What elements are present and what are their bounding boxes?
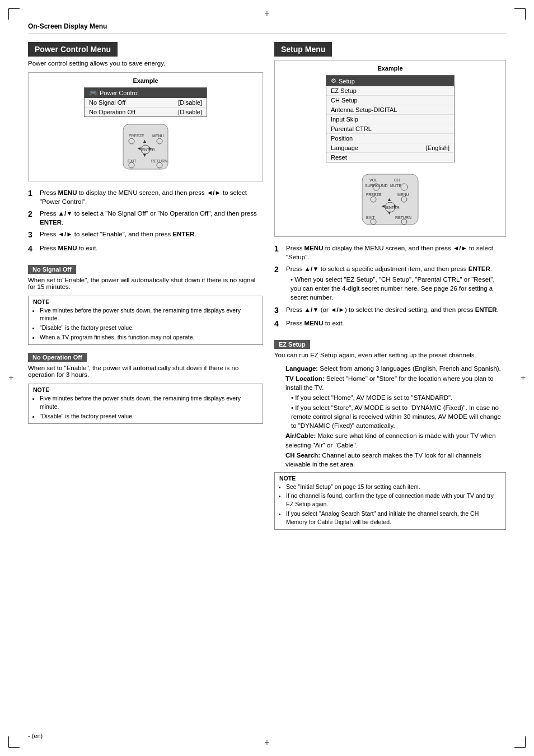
svg-text:MENU: MENU <box>152 134 164 138</box>
no-operation-note-1: Five minutes before the power shuts down… <box>40 394 258 410</box>
step-1-text: Press MENU to display the MENU screen, a… <box>40 188 263 206</box>
setup-step-4: 4 Press MENU to exit. <box>274 319 506 330</box>
ez-note-title: NOTE <box>279 475 501 482</box>
svg-text:▲: ▲ <box>387 197 392 202</box>
svg-text:MUTE: MUTE <box>390 184 401 188</box>
svg-text:◄: ◄ <box>137 146 142 151</box>
step-num-2: 2 <box>28 209 37 227</box>
step-3-bold2: ENTER <box>172 231 194 237</box>
ez-air-cable: Air/Cable: Make sure what kind of connec… <box>274 431 506 449</box>
setup-icon: ⚙ <box>331 77 336 85</box>
setup-s3-bold1: ▲/▼ <box>305 306 319 313</box>
no-signal-note-2: "Disable" is the factory preset value. <box>40 324 258 332</box>
page-header: On-Screen Display Menu <box>28 22 506 34</box>
cross-left <box>8 373 13 383</box>
power-menu-header-label: Power Control <box>100 90 139 96</box>
no-operation-note-title: NOTE <box>33 386 258 393</box>
cross-top <box>264 8 269 18</box>
corner-br <box>514 736 526 748</box>
setup-item-input: Input Skip <box>326 115 454 124</box>
setup-step-num-3: 3 <box>274 305 283 316</box>
power-menu-mock: 🎮 Power Control No Signal Off [Disable] … <box>84 87 207 117</box>
power-step-1: 1 Press MENU to display the MENU screen,… <box>28 188 263 206</box>
ez-note-1: See "Initial Setup" on page 15 for setti… <box>286 483 501 491</box>
power-control-example: Example 🎮 Power Control No Signal Off [D… <box>28 72 263 181</box>
menu-row-no-signal: No Signal Off [Disable] <box>85 98 207 108</box>
setup-step-4-text: Press MENU to exit. <box>286 319 344 330</box>
left-column: Power Control Menu Power control setting… <box>28 42 263 533</box>
setup-item-language: Language[English] <box>326 143 454 153</box>
step-2-text: Press ▲/▼ to select a "No Signal Off" or… <box>40 209 263 227</box>
power-step-2: 2 Press ▲/▼ to select a "No Signal Off" … <box>28 209 263 227</box>
power-steps: 1 Press MENU to display the MENU screen,… <box>28 188 263 255</box>
no-signal-label: No Signal Off <box>89 99 125 106</box>
no-signal-note: NOTE Five minutes before the power shuts… <box>28 296 263 346</box>
no-signal-note-3: When a TV program finishes, this functio… <box>40 333 258 342</box>
setup-item-antenna: Antenna Setup-DIGITAL <box>326 105 454 115</box>
ez-setup-title: EZ Setup <box>274 340 310 349</box>
setup-menu-header-label: Setup <box>339 78 355 85</box>
ez-home-bullet: • If you select "Home", AV MODE is set t… <box>274 393 506 402</box>
power-menu-header: 🎮 Power Control <box>85 88 207 98</box>
setup-step-2-sub: • When you select "EZ Setup", "CH Setup"… <box>286 275 506 302</box>
remote-svg-left: FREEZE MENU ▲ ◄ ► ▼ ENTER <box>112 122 179 172</box>
ez-setup-desc: You can run EZ Setup again, even after s… <box>274 352 506 358</box>
ez-note-3: If you select "Analog Search Start" and … <box>286 510 501 526</box>
ez-store-bullet: • If you select "Store", AV MODE is set … <box>274 403 506 430</box>
cross-bottom <box>264 738 269 748</box>
setup-item-position: Position <box>326 134 454 143</box>
no-operation-title: No Operation Off <box>28 353 87 362</box>
no-signal-desc: When set to"Enable", the power will auto… <box>28 277 263 290</box>
power-menu-icon: 🎮 <box>89 89 97 97</box>
setup-title: Setup Menu <box>274 42 332 57</box>
setup-step-1-text: Press MENU to display the MENU screen, a… <box>286 244 506 262</box>
setup-step-num-1: 1 <box>274 244 283 262</box>
ez-language: Language: Select from among 3 languages … <box>274 364 506 373</box>
svg-text:◄: ◄ <box>381 203 386 209</box>
svg-text:FREEZE: FREEZE <box>366 193 382 197</box>
setup-step-2-text: Press ▲/▼ to select a specific adjustmen… <box>286 265 492 272</box>
setup-example: Example ⚙ Setup EZ Setup CH Setup Antenn… <box>274 60 506 237</box>
step-1-bold1: MENU <box>58 189 77 196</box>
svg-text:▼: ▼ <box>387 210 392 216</box>
menu-row-no-operation: No Operation Off [Disable] <box>85 108 207 116</box>
svg-text:FREEZE: FREEZE <box>129 134 144 138</box>
setup-step-3-text: Press ▲/▼ (or ◄/►) to select the desired… <box>286 305 499 316</box>
remote-image-right: VOL CH SURROUND MUTE FREEZE MENU ▲ ◄ <box>279 171 501 227</box>
setup-s3-bold2: ◄/► <box>330 306 345 313</box>
step-3-bold1: ◄/► <box>58 231 73 237</box>
step-num-1: 1 <box>28 188 37 206</box>
ez-note: NOTE See "Initial Setup" on page 15 for … <box>274 472 506 530</box>
setup-s3-bold3: ENTER <box>475 306 497 313</box>
power-step-3: 3 Press ◄/► to select "Enable", and then… <box>28 230 263 241</box>
ez-note-2: If no channel is found, confirm the type… <box>286 492 501 508</box>
setup-s4-bold: MENU <box>305 320 324 326</box>
step-2-bold1: ▲/▼ <box>58 210 73 217</box>
svg-text:ENTER: ENTER <box>386 206 400 209</box>
svg-text:CH: CH <box>394 178 400 182</box>
power-control-intro: Power control setting allows you to save… <box>28 60 263 67</box>
no-signal-title: No Signal Off <box>28 265 76 274</box>
setup-item-parental: Parental CTRL <box>326 124 454 134</box>
no-signal-value: [Disable] <box>178 99 202 106</box>
bullet-marker: • <box>291 276 294 283</box>
no-signal-notes: Five minutes before the power shuts down… <box>33 306 258 342</box>
setup-step-3: 3 Press ▲/▼ (or ◄/►) to select the desir… <box>274 305 506 316</box>
power-example-label: Example <box>33 77 258 84</box>
power-control-title: Power Control Menu <box>28 42 118 57</box>
no-operation-desc: When set to "Enable", the power will aut… <box>28 365 263 378</box>
svg-text:MENU: MENU <box>397 193 409 197</box>
ez-ch-search: CH Search: Channel auto search makes the… <box>274 451 506 469</box>
setup-item-reset: Reset <box>326 153 454 162</box>
setup-s2-bold1: ▲/▼ <box>305 265 319 272</box>
no-operation-note: NOTE Five minutes before the power shuts… <box>28 384 263 424</box>
setup-step-num-4: 4 <box>274 319 283 330</box>
remote-svg-right: VOL CH SURROUND MUTE FREEZE MENU ▲ ◄ <box>354 171 427 227</box>
setup-menu-mock: ⚙ Setup EZ Setup CH Setup Antenna Setup-… <box>326 75 455 162</box>
setup-item-ch: CH Setup <box>326 96 454 105</box>
step-1-bold2: ◄/► <box>207 189 221 196</box>
svg-text:SURROUND: SURROUND <box>365 184 387 188</box>
step-num-3: 3 <box>28 230 37 241</box>
step-4-bold: MENU <box>58 245 77 251</box>
page: On-Screen Display Menu Power Control Men… <box>0 0 534 756</box>
